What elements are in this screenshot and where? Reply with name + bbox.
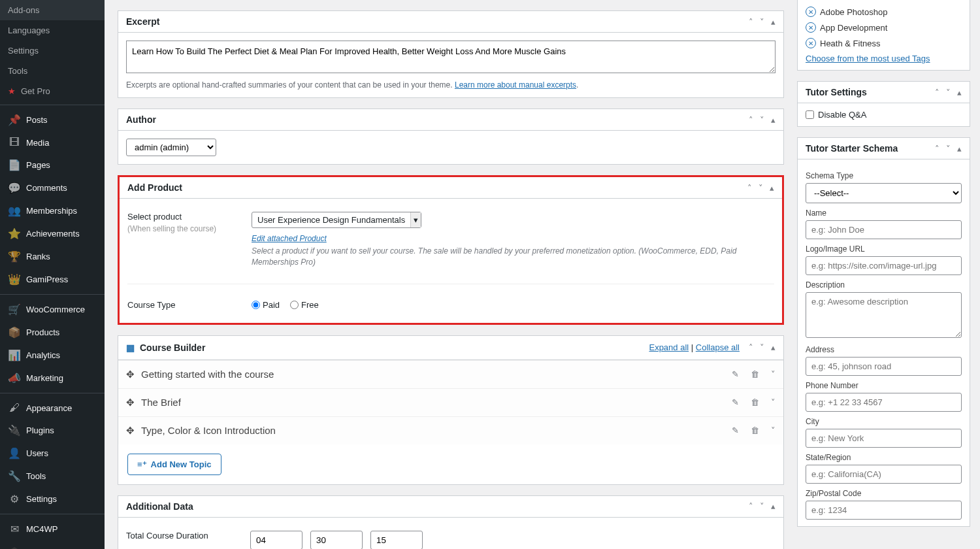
- add-product-highlight: Add Product ˄ ˅ ▴ Select product (When s…: [118, 175, 784, 325]
- schema-type-select[interactable]: --Select--: [806, 183, 962, 203]
- chevron-down-icon: ▾: [410, 212, 421, 227]
- schema-name-input[interactable]: [806, 220, 962, 239]
- add-product-title: Add Product: [127, 182, 182, 193]
- trash-icon[interactable]: 🗑: [751, 369, 759, 379]
- product-help-text: Select a product if you want to sell you…: [252, 246, 774, 268]
- duration-minutes-input[interactable]: [310, 531, 363, 549]
- remove-tag-icon[interactable]: ✕: [806, 22, 816, 33]
- drag-icon[interactable]: ✥: [126, 425, 135, 437]
- box-up-icon[interactable]: ˄: [935, 88, 939, 97]
- box-toggle-icon[interactable]: ▴: [770, 183, 774, 193]
- box-down-icon[interactable]: ˅: [760, 115, 764, 125]
- sidebar-item[interactable]: 🔧Tools: [0, 465, 105, 488]
- course-builder-title: Course Builder: [140, 342, 205, 353]
- author-select[interactable]: admin (admin): [126, 139, 216, 156]
- schema-desc-input[interactable]: [806, 292, 962, 338]
- sidebar-item[interactable]: 📄Pages: [0, 154, 105, 176]
- trash-icon[interactable]: 🗑: [751, 397, 759, 407]
- sidebar-item[interactable]: 👑GamiPress: [0, 268, 105, 291]
- schema-logo-input[interactable]: [806, 256, 962, 275]
- expand-all-link[interactable]: Expand all: [649, 342, 689, 352]
- box-down-icon[interactable]: ˅: [760, 501, 764, 511]
- sidebar-item[interactable]: Languages: [0, 20, 105, 41]
- sidebar-item[interactable]: ⭐Achievements: [0, 222, 105, 245]
- sidebar-item[interactable]: 📦Products: [0, 321, 105, 344]
- schema-state-input[interactable]: [806, 465, 962, 484]
- topic-title: Type, Color & Icon Introduction: [141, 425, 276, 436]
- edit-icon[interactable]: ✎: [732, 425, 739, 435]
- topic-row[interactable]: ✥The Brief✎🗑˅: [118, 388, 783, 416]
- box-down-icon[interactable]: ˅: [760, 17, 764, 27]
- sidebar-item[interactable]: Tools: [0, 61, 105, 81]
- add-new-topic-button[interactable]: ≡⁺ Add New Topic: [127, 454, 221, 475]
- author-box: Author ˄ ˅ ▴ admin (admin): [118, 108, 784, 165]
- sidebar-item[interactable]: 👤Users: [0, 442, 105, 465]
- sidebar-item[interactable]: 🛒WooCommerce: [0, 298, 105, 321]
- sidebar-item[interactable]: 🏆Ranks: [0, 245, 105, 268]
- box-toggle-icon[interactable]: ▴: [957, 144, 962, 154]
- topic-title: The Brief: [141, 397, 181, 408]
- box-up-icon[interactable]: ˄: [747, 183, 752, 193]
- sidebar-item[interactable]: Add-ons: [0, 0, 105, 20]
- sidebar-item[interactable]: 🖌Appearance: [0, 397, 105, 419]
- drag-icon[interactable]: ✥: [126, 369, 135, 380]
- sidebar-item[interactable]: 🎞Media: [0, 131, 105, 154]
- box-toggle-icon[interactable]: ▴: [771, 115, 776, 125]
- expand-icon[interactable]: ˅: [771, 397, 776, 407]
- sidebar-item[interactable]: ⚙Settings: [0, 488, 105, 510]
- sidebar-item[interactable]: 📊Analytics: [0, 344, 105, 367]
- box-up-icon[interactable]: ˄: [749, 115, 753, 125]
- box-toggle-icon[interactable]: ▴: [957, 88, 962, 97]
- schema-phone-input[interactable]: [806, 393, 962, 412]
- box-up-icon[interactable]: ˄: [749, 342, 753, 352]
- schema-address-input[interactable]: [806, 357, 962, 376]
- expand-icon[interactable]: ˅: [771, 369, 776, 379]
- choose-tags-link[interactable]: Choose from the most used Tags: [806, 54, 930, 63]
- menu-icon: 📣: [8, 372, 21, 384]
- box-down-icon[interactable]: ˅: [760, 342, 764, 352]
- sidebar-item[interactable]: 🎓Tutor Starter: [0, 541, 105, 549]
- sidebar-item[interactable]: 📌Posts: [0, 108, 105, 131]
- excerpt-textarea[interactable]: Learn How To Build The Perfect Diet & Me…: [126, 41, 776, 73]
- excerpt-learn-more-link[interactable]: Learn more about manual excerpts: [455, 80, 576, 90]
- drag-icon[interactable]: ✥: [126, 397, 135, 408]
- sidebar-item[interactable]: 📣Marketing: [0, 367, 105, 390]
- edit-attached-product-link[interactable]: Edit attached Product: [252, 234, 327, 243]
- box-up-icon[interactable]: ˄: [749, 501, 753, 511]
- box-toggle-icon[interactable]: ▴: [771, 501, 776, 511]
- sidebar-item-get-pro[interactable]: ★ Get Pro: [0, 81, 105, 101]
- sidebar-item[interactable]: 💬Comments: [0, 176, 105, 199]
- box-toggle-icon[interactable]: ▴: [771, 17, 776, 27]
- sidebar-item[interactable]: 👥Memberships: [0, 199, 105, 222]
- collapse-all-link[interactable]: Collapse all: [696, 342, 740, 352]
- course-type-paid[interactable]: Paid: [252, 300, 280, 310]
- duration-seconds-input[interactable]: [370, 531, 423, 549]
- sidebar-item[interactable]: Settings: [0, 41, 105, 61]
- box-up-icon[interactable]: ˄: [749, 17, 753, 27]
- schema-city-input[interactable]: [806, 429, 962, 448]
- course-type-free[interactable]: Free: [290, 300, 319, 310]
- menu-icon: 👑: [8, 273, 21, 286]
- box-down-icon[interactable]: ˅: [759, 183, 763, 193]
- expand-icon[interactable]: ˅: [771, 425, 776, 435]
- box-up-icon[interactable]: ˄: [935, 144, 939, 154]
- box-toggle-icon[interactable]: ▴: [771, 342, 776, 352]
- box-down-icon[interactable]: ˅: [946, 144, 951, 154]
- product-dropdown[interactable]: User Experience Design Fundamentals ▾: [252, 212, 421, 228]
- remove-tag-icon[interactable]: ✕: [806, 38, 816, 48]
- sidebar-item[interactable]: 🔌Plugins: [0, 419, 105, 442]
- topic-row[interactable]: ✥Type, Color & Icon Introduction✎🗑˅: [118, 416, 783, 444]
- sidebar-item[interactable]: ✉MC4WP: [0, 518, 105, 541]
- topic-row[interactable]: ✥Getting started with the course✎🗑˅: [118, 360, 783, 388]
- trash-icon[interactable]: 🗑: [751, 425, 759, 435]
- menu-icon: 📄: [8, 159, 21, 171]
- schema-zip-input[interactable]: [806, 501, 962, 520]
- course-type-label: Course Type: [127, 300, 238, 310]
- remove-tag-icon[interactable]: ✕: [806, 7, 816, 17]
- edit-icon[interactable]: ✎: [732, 369, 739, 379]
- box-down-icon[interactable]: ˅: [946, 88, 951, 97]
- disable-qa-checkbox[interactable]: Disable Q&A: [806, 110, 962, 120]
- schema-title: Tutor Starter Schema: [806, 143, 898, 154]
- duration-hours-input[interactable]: [250, 531, 302, 549]
- edit-icon[interactable]: ✎: [732, 397, 739, 407]
